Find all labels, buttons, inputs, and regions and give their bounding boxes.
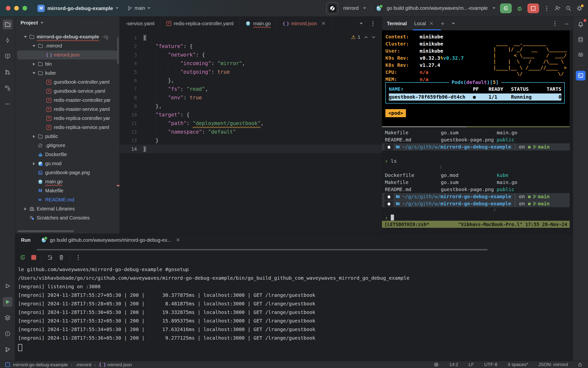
- status-file-type[interactable]: JSON: mirrord: [538, 362, 568, 367]
- add-user-button[interactable]: [554, 5, 561, 12]
- mirrord-toggle[interactable]: [326, 2, 338, 14]
- line-number[interactable]: 6: [120, 78, 137, 83]
- stop-button[interactable]: [31, 255, 36, 260]
- line-number[interactable]: 14: [120, 146, 137, 152]
- line-number[interactable]: 9: [120, 104, 137, 109]
- run-scrollbar[interactable]: [37, 249, 488, 250]
- line-number[interactable]: 7: [120, 86, 137, 92]
- chevron-right-icon[interactable]: [31, 135, 37, 138]
- chevron-down-icon[interactable]: [360, 23, 363, 24]
- close-icon[interactable]: ✕: [429, 21, 434, 26]
- terminal-options-button[interactable]: ⋮: [552, 21, 558, 26]
- breadcrumb-item-mirrord-json[interactable]: mirrord.json: [107, 362, 132, 367]
- chevron-down-icon[interactable]: [31, 72, 37, 74]
- minimize-window-button[interactable]: [14, 6, 19, 11]
- tree-item-mirrord-go-debug-example[interactable]: mirrord-go-debug-example~/g: [15, 32, 120, 41]
- chevron-right-icon[interactable]: [23, 207, 28, 210]
- k9s-pod-row-selected[interactable]: guestbook-78f659fb96-dt4ch ● 1/1 Running…: [389, 93, 561, 101]
- editor-tab-main-go[interactable]: main.go: [240, 17, 277, 30]
- tree-item-dockerfile[interactable]: Dockerfile: [15, 150, 120, 159]
- line-number[interactable]: 10: [120, 112, 137, 117]
- debug-button[interactable]: [516, 5, 523, 12]
- tree-item-bin[interactable]: bin: [15, 59, 120, 69]
- version-control-tool-button[interactable]: [3, 345, 12, 355]
- breadcrumb[interactable]: mirrord-go-debug-example›.mirrord›{ }mir…: [13, 362, 132, 368]
- editor-body[interactable]: 1{2 "feature": {3 "network": {4 "incomin…: [120, 30, 382, 153]
- tree-item-guestbook-controller-yaml[interactable]: Yguestbook-controller.yaml: [15, 78, 120, 87]
- editor-tab-redis-replica-controller-yaml[interactable]: Yredis-replica-controller.yaml: [161, 17, 240, 30]
- status-line-separator[interactable]: LF: [468, 362, 474, 367]
- tree-item-gitignore[interactable]: .gitignore: [15, 141, 120, 150]
- pull-requests-tool-button[interactable]: [3, 67, 12, 77]
- line-number[interactable]: 8: [120, 95, 137, 100]
- tree-item-redis-replica-service-yaml[interactable]: Yredis-replica-service.yaml: [15, 123, 120, 132]
- status-caret-position[interactable]: 14:2: [449, 362, 458, 367]
- chevron-right-icon[interactable]: [31, 162, 37, 165]
- project-tool-button[interactable]: [3, 20, 12, 29]
- breadcrumb-item-mirrord-go-debug-example[interactable]: mirrord-go-debug-example: [13, 362, 68, 367]
- next-problem-button[interactable]: [372, 36, 375, 38]
- editor-tab-mirrord-json[interactable]: { }mirrord.json✕: [277, 17, 332, 30]
- run-tool-button[interactable]: [3, 281, 12, 291]
- debug-tool-button[interactable]: [3, 297, 12, 307]
- line-number[interactable]: 4: [120, 61, 137, 66]
- robot-icon[interactable]: [434, 362, 439, 367]
- line-number[interactable]: 12: [120, 129, 137, 135]
- run-tab[interactable]: go build github.com/waveywaves/mirrord-g…: [41, 237, 180, 243]
- tree-item-go-mod[interactable]: go.mod: [15, 159, 120, 168]
- project-widget[interactable]: M mirrord-go-debug-example: [37, 5, 119, 12]
- close-window-button[interactable]: [6, 6, 11, 11]
- close-icon[interactable]: ✕: [176, 237, 180, 243]
- chevron-down-icon[interactable]: [23, 36, 28, 38]
- tree-item-redis-replica-controller-yar[interactable]: Yredis-replica-controller.yar: [15, 114, 120, 123]
- help-tool-button[interactable]: [3, 51, 12, 61]
- vcs-branch-widget[interactable]: main: [127, 5, 150, 11]
- breadcrumb-item-mirrord[interactable]: .mirrord: [75, 362, 91, 367]
- line-number[interactable]: 13: [120, 138, 137, 143]
- tree-item-mirrord-json[interactable]: { }mirrord.json: [17, 50, 118, 59]
- lock-icon[interactable]: [578, 362, 583, 367]
- run-console[interactable]: le github.com/waveywaves/mirrord-go-debu…: [18, 265, 570, 351]
- k9s-screen[interactable]: Context:minikubeCluster:minikubeUser:min…: [382, 30, 570, 126]
- prev-problem-button[interactable]: [364, 36, 368, 38]
- structure-tool-button[interactable]: [3, 83, 12, 93]
- more-tool-windows-button[interactable]: [3, 99, 12, 109]
- editor-tab-service-yaml[interactable]: -service.yaml: [120, 17, 161, 30]
- line-number[interactable]: 2: [120, 44, 137, 49]
- tree-item-external-libraries[interactable]: External Libraries: [15, 204, 120, 213]
- rerun-button[interactable]: [500, 3, 512, 13]
- clear-console-button[interactable]: [58, 254, 64, 260]
- tree-item-guestbook-service-yaml[interactable]: Yguestbook-service.yaml: [15, 87, 120, 96]
- notifications-button[interactable]: [576, 20, 586, 29]
- run-configuration-selector[interactable]: go build github.com/waveywaves/m...-exam…: [387, 5, 488, 11]
- more-actions-button[interactable]: ⋮: [544, 5, 550, 11]
- search-everywhere-button[interactable]: [565, 5, 572, 12]
- zoom-window-button[interactable]: [22, 6, 27, 11]
- tree-item-redis-master-controller-yar[interactable]: Yredis-master-controller.yar: [15, 96, 120, 105]
- status-file-encoding[interactable]: UTF-8: [484, 362, 497, 367]
- more-options-button[interactable]: ⋮: [75, 254, 81, 260]
- stop-button[interactable]: [527, 3, 539, 13]
- chevron-down-icon[interactable]: [31, 45, 37, 47]
- services-tool-button[interactable]: [3, 313, 12, 323]
- project-vertical-scrollbar[interactable]: [117, 37, 119, 64]
- close-icon[interactable]: ✕: [321, 21, 326, 26]
- new-terminal-button[interactable]: +: [441, 20, 444, 27]
- tree-item-scratches-and-consoles[interactable]: Scratches and Consoles: [15, 213, 120, 222]
- code-view[interactable]: 1{2 "feature": {3 "network": {4 "incomin…: [120, 33, 382, 153]
- database-tool-button[interactable]: [576, 35, 586, 45]
- tree-item-redis-master-service-yaml[interactable]: Yredis-master-service.yaml: [15, 105, 120, 114]
- line-number[interactable]: 3: [120, 52, 137, 58]
- inspections-widget[interactable]: ⚠ 1: [351, 34, 375, 40]
- scroll-to-end-button[interactable]: [47, 254, 53, 260]
- tab-options-button[interactable]: ⋮: [370, 21, 376, 26]
- line-number[interactable]: 5: [120, 69, 137, 75]
- mirrord-selector[interactable]: mirrord: [343, 5, 359, 11]
- docker-tool-button[interactable]: [576, 50, 586, 60]
- project-horizontal-scrollbar[interactable]: [18, 230, 74, 232]
- tree-item-readme-md[interactable]: M↓README.md: [15, 195, 120, 204]
- tree-item-kube[interactable]: kube: [15, 69, 120, 78]
- project-panel-header[interactable]: Project: [15, 17, 120, 29]
- settings-button[interactable]: [576, 5, 583, 12]
- shell-pane[interactable]: Makefile go.sum main.goREADME.md guestbo…: [382, 127, 570, 234]
